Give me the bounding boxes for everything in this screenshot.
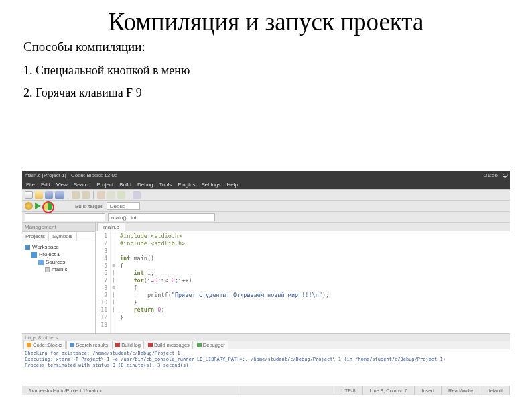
code-editor[interactable]: #include <stdio.h> #include <stdlib.h> i… (117, 231, 510, 333)
log-tab-buildmsg[interactable]: Build messages (145, 341, 193, 349)
workspace-icon (25, 245, 30, 250)
buildlog-icon (115, 343, 120, 347)
management-panel: Management Projects Symbols Workspace Pr… (22, 223, 96, 333)
menu-view[interactable]: View (56, 182, 68, 188)
menu-project[interactable]: Project (96, 182, 113, 188)
status-profile: default (480, 386, 510, 395)
panel-title: Management (22, 223, 95, 232)
logs-panel: Logs & others Code::Blocks Search result… (22, 333, 510, 390)
open-icon[interactable] (35, 191, 43, 199)
editor-area: main.c 12345678910111213 ⊟││⊟│││ #includ… (96, 223, 510, 333)
undo-icon[interactable] (72, 191, 80, 199)
statusbar: /home/student/c/Project 1/main.c UTF-8 L… (22, 386, 510, 395)
cb-icon (27, 343, 31, 347)
window-title: main.c [Project 1] - Code::Blocks 13.06 (25, 171, 117, 180)
menu-build[interactable]: Build (119, 182, 131, 188)
build-target-label: Build target: (75, 203, 104, 209)
copy-icon[interactable] (107, 191, 115, 199)
status-encoding: UTF-8 (334, 386, 362, 395)
status-insert: Insert (415, 386, 442, 395)
cut-icon[interactable] (97, 191, 105, 199)
status-path: /home/student/c/Project 1/main.c (22, 386, 239, 395)
scope-function[interactable]: main() : int (108, 213, 215, 221)
log-tab-codeblocks[interactable]: Code::Blocks (23, 341, 66, 349)
fold-gutter: ⊟││⊟│││ (111, 231, 117, 333)
file-icon (45, 267, 50, 272)
toolbar-scope: main() : int (22, 212, 510, 223)
ide-window: main.c [Project 1] - Code::Blocks 13.06 … (22, 171, 510, 395)
save-all-icon[interactable] (55, 191, 64, 199)
run-icon[interactable] (35, 203, 41, 209)
build-and-run-icon[interactable] (43, 202, 52, 210)
menu-file[interactable]: File (26, 182, 35, 188)
paste-icon[interactable] (117, 191, 125, 199)
buildmsg-icon (148, 343, 153, 347)
workspace: Management Projects Symbols Workspace Pr… (22, 223, 510, 333)
project-icon (31, 252, 37, 258)
tree-workspace[interactable]: Workspace (23, 243, 94, 251)
tree-file-mainc[interactable]: main.c (23, 266, 94, 273)
log-tab-debugger[interactable]: Debugger (194, 341, 228, 349)
menubar: File Edit View Search Project Build Debu… (22, 180, 510, 189)
menu-edit[interactable]: Edit (41, 182, 50, 188)
folder-icon (38, 260, 44, 265)
titlebar: main.c [Project 1] - Code::Blocks 13.06 … (22, 171, 510, 180)
debugger-icon (197, 343, 202, 347)
new-file-icon[interactable] (25, 191, 33, 199)
tree-sources[interactable]: Sources (23, 258, 94, 266)
redo-icon[interactable] (82, 191, 90, 199)
toolbar-build: Build target: Debug (22, 201, 510, 212)
status-rw: Read/Write (442, 386, 480, 395)
toolbar-main (22, 189, 510, 201)
status-blank (239, 386, 334, 395)
tree-project[interactable]: Project 1 (23, 251, 94, 258)
tab-symbols[interactable]: Symbols (49, 232, 77, 241)
editor-tab-mainc[interactable]: main.c (97, 223, 125, 231)
log-tab-search[interactable]: Search results (66, 341, 111, 349)
slide-subtitle: Способы компиляции: (0, 40, 532, 60)
build-target-select[interactable]: Debug (107, 202, 140, 210)
line-gutter: 12345678910111213 (96, 231, 111, 333)
menu-settings[interactable]: Settings (201, 182, 220, 188)
bullet-2: 2. Горячая клавиша F 9 (0, 82, 532, 104)
log-tab-buildlog[interactable]: Build log (112, 341, 144, 349)
tab-projects[interactable]: Projects (22, 232, 49, 241)
clock: 21:56 (484, 171, 498, 180)
find-icon[interactable] (133, 191, 141, 199)
scope-class[interactable] (25, 213, 105, 221)
menu-search[interactable]: Search (74, 182, 90, 188)
menu-help[interactable]: Help (226, 182, 237, 188)
bullet-1: 1. Специальной кнопкой в меню (0, 60, 532, 82)
log-output: Checking for existance: /home/student/c/… (22, 349, 510, 390)
power-icon[interactable]: ⏻ (502, 171, 507, 180)
menu-debug[interactable]: Debug (137, 182, 153, 188)
slide-title: Компиляция и запуск проекта (0, 0, 532, 40)
save-icon[interactable] (45, 191, 53, 199)
search-icon (70, 343, 74, 347)
project-tree: Workspace Project 1 Sources main.c (22, 241, 95, 333)
build-icon[interactable] (25, 202, 33, 210)
menu-plugins[interactable]: Plugins (178, 182, 195, 188)
menu-tools[interactable]: Tools (159, 182, 172, 188)
status-position: Line 8, Column 6 (363, 386, 415, 395)
